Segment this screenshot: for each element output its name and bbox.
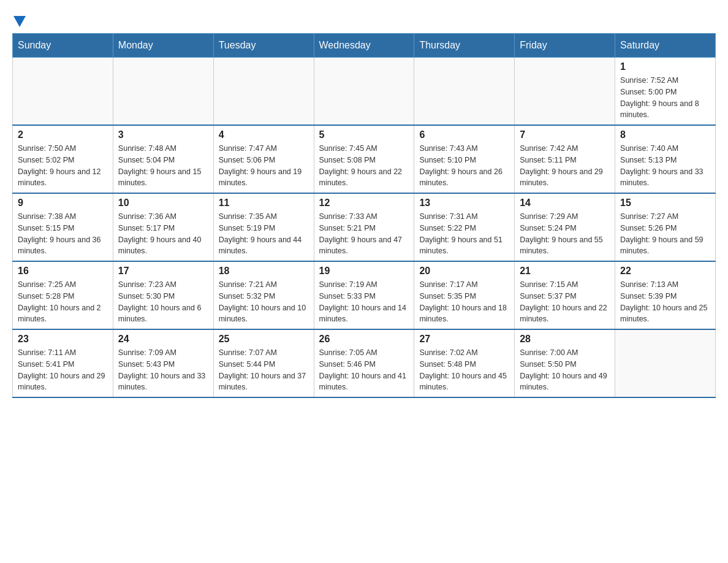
day-info: Sunrise: 7:15 AMSunset: 5:37 PMDaylight:… (520, 279, 610, 325)
day-info: Sunrise: 7:42 AMSunset: 5:11 PMDaylight:… (520, 143, 610, 189)
logo-triangle-icon (13, 16, 26, 27)
calendar-table: SundayMondayTuesdayWednesdayThursdayFrid… (12, 33, 716, 398)
day-info: Sunrise: 7:33 AMSunset: 5:21 PMDaylight:… (319, 211, 409, 257)
day-number: 5 (319, 129, 409, 140)
calendar-cell: 21Sunrise: 7:15 AMSunset: 5:37 PMDayligh… (515, 261, 615, 329)
day-number: 23 (18, 334, 108, 345)
day-info: Sunrise: 7:50 AMSunset: 5:02 PMDaylight:… (18, 143, 108, 189)
calendar-cell: 18Sunrise: 7:21 AMSunset: 5:32 PMDayligh… (213, 261, 314, 329)
day-info: Sunrise: 7:31 AMSunset: 5:22 PMDaylight:… (419, 211, 509, 257)
day-of-week-sunday: Sunday (13, 34, 113, 58)
day-info: Sunrise: 7:45 AMSunset: 5:08 PMDaylight:… (319, 143, 409, 189)
day-number: 16 (18, 266, 108, 277)
calendar-week-2: 2Sunrise: 7:50 AMSunset: 5:02 PMDaylight… (13, 125, 716, 193)
day-info: Sunrise: 7:36 AMSunset: 5:17 PMDaylight:… (118, 211, 208, 257)
day-of-week-tuesday: Tuesday (213, 34, 314, 58)
calendar-cell: 8Sunrise: 7:40 AMSunset: 5:13 PMDaylight… (615, 125, 716, 193)
days-of-week-row: SundayMondayTuesdayWednesdayThursdayFrid… (13, 34, 716, 58)
calendar-cell: 22Sunrise: 7:13 AMSunset: 5:39 PMDayligh… (615, 261, 716, 329)
calendar-cell (515, 58, 615, 126)
day-info: Sunrise: 7:35 AMSunset: 5:19 PMDaylight:… (219, 211, 309, 257)
calendar-cell: 17Sunrise: 7:23 AMSunset: 5:30 PMDayligh… (113, 261, 213, 329)
day-info: Sunrise: 7:19 AMSunset: 5:33 PMDaylight:… (319, 279, 409, 325)
day-number: 22 (620, 266, 710, 277)
calendar-cell (615, 329, 716, 397)
day-info: Sunrise: 7:48 AMSunset: 5:04 PMDaylight:… (118, 143, 208, 189)
day-info: Sunrise: 7:27 AMSunset: 5:26 PMDaylight:… (620, 211, 710, 257)
day-info: Sunrise: 7:21 AMSunset: 5:32 PMDaylight:… (219, 279, 309, 325)
calendar-header: SundayMondayTuesdayWednesdayThursdayFrid… (13, 34, 716, 58)
day-number: 1 (620, 61, 710, 72)
day-info: Sunrise: 7:43 AMSunset: 5:10 PMDaylight:… (419, 143, 509, 189)
calendar-cell: 16Sunrise: 7:25 AMSunset: 5:28 PMDayligh… (13, 261, 113, 329)
day-number: 12 (319, 197, 409, 209)
calendar-cell: 24Sunrise: 7:09 AMSunset: 5:43 PMDayligh… (113, 329, 213, 397)
day-number: 21 (520, 266, 610, 277)
calendar-cell: 6Sunrise: 7:43 AMSunset: 5:10 PMDaylight… (414, 125, 515, 193)
calendar-cell: 7Sunrise: 7:42 AMSunset: 5:11 PMDaylight… (515, 125, 615, 193)
day-of-week-saturday: Saturday (615, 34, 716, 58)
day-number: 13 (419, 197, 509, 209)
calendar-cell: 26Sunrise: 7:05 AMSunset: 5:46 PMDayligh… (314, 329, 414, 397)
day-info: Sunrise: 7:52 AMSunset: 5:00 PMDaylight:… (620, 75, 710, 121)
calendar-cell: 20Sunrise: 7:17 AMSunset: 5:35 PMDayligh… (414, 261, 515, 329)
day-number: 4 (219, 129, 309, 140)
calendar-cell: 5Sunrise: 7:45 AMSunset: 5:08 PMDaylight… (314, 125, 414, 193)
calendar-cell (113, 58, 213, 126)
day-number: 28 (520, 334, 610, 345)
day-info: Sunrise: 7:09 AMSunset: 5:43 PMDaylight:… (118, 347, 208, 393)
day-number: 27 (419, 334, 509, 345)
day-number: 8 (620, 129, 710, 140)
calendar-cell: 19Sunrise: 7:19 AMSunset: 5:33 PMDayligh… (314, 261, 414, 329)
calendar-cell: 12Sunrise: 7:33 AMSunset: 5:21 PMDayligh… (314, 193, 414, 261)
day-of-week-friday: Friday (515, 34, 615, 58)
calendar-cell: 2Sunrise: 7:50 AMSunset: 5:02 PMDaylight… (13, 125, 113, 193)
day-number: 11 (219, 197, 309, 209)
day-of-week-monday: Monday (113, 34, 213, 58)
day-number: 6 (419, 129, 509, 140)
day-of-week-thursday: Thursday (414, 34, 515, 58)
page-header (12, 12, 716, 27)
day-number: 10 (118, 197, 208, 209)
day-info: Sunrise: 7:05 AMSunset: 5:46 PMDaylight:… (319, 347, 409, 393)
day-info: Sunrise: 7:11 AMSunset: 5:41 PMDaylight:… (18, 347, 108, 393)
calendar-cell: 25Sunrise: 7:07 AMSunset: 5:44 PMDayligh… (213, 329, 314, 397)
calendar-cell (13, 58, 113, 126)
day-info: Sunrise: 7:07 AMSunset: 5:44 PMDaylight:… (219, 347, 309, 393)
day-of-week-wednesday: Wednesday (314, 34, 414, 58)
calendar-week-1: 1Sunrise: 7:52 AMSunset: 5:00 PMDaylight… (13, 58, 716, 126)
day-number: 9 (18, 197, 108, 209)
calendar-cell: 1Sunrise: 7:52 AMSunset: 5:00 PMDaylight… (615, 58, 716, 126)
calendar-week-4: 16Sunrise: 7:25 AMSunset: 5:28 PMDayligh… (13, 261, 716, 329)
day-number: 15 (620, 197, 710, 209)
calendar-cell (414, 58, 515, 126)
calendar-week-3: 9Sunrise: 7:38 AMSunset: 5:15 PMDaylight… (13, 193, 716, 261)
calendar-cell: 15Sunrise: 7:27 AMSunset: 5:26 PMDayligh… (615, 193, 716, 261)
calendar-cell: 11Sunrise: 7:35 AMSunset: 5:19 PMDayligh… (213, 193, 314, 261)
calendar-cell (213, 58, 314, 126)
day-info: Sunrise: 7:47 AMSunset: 5:06 PMDaylight:… (219, 143, 309, 189)
day-info: Sunrise: 7:17 AMSunset: 5:35 PMDaylight:… (419, 279, 509, 325)
calendar-body: 1Sunrise: 7:52 AMSunset: 5:00 PMDaylight… (13, 58, 716, 398)
day-number: 19 (319, 266, 409, 277)
calendar-cell: 28Sunrise: 7:00 AMSunset: 5:50 PMDayligh… (515, 329, 615, 397)
day-info: Sunrise: 7:25 AMSunset: 5:28 PMDaylight:… (18, 279, 108, 325)
day-number: 7 (520, 129, 610, 140)
calendar-cell: 14Sunrise: 7:29 AMSunset: 5:24 PMDayligh… (515, 193, 615, 261)
day-number: 17 (118, 266, 208, 277)
calendar-week-5: 23Sunrise: 7:11 AMSunset: 5:41 PMDayligh… (13, 329, 716, 397)
calendar-cell: 23Sunrise: 7:11 AMSunset: 5:41 PMDayligh… (13, 329, 113, 397)
day-info: Sunrise: 7:29 AMSunset: 5:24 PMDaylight:… (520, 211, 610, 257)
day-number: 26 (319, 334, 409, 345)
calendar-cell: 10Sunrise: 7:36 AMSunset: 5:17 PMDayligh… (113, 193, 213, 261)
day-info: Sunrise: 7:40 AMSunset: 5:13 PMDaylight:… (620, 143, 710, 189)
day-info: Sunrise: 7:02 AMSunset: 5:48 PMDaylight:… (419, 347, 509, 393)
day-number: 20 (419, 266, 509, 277)
calendar-cell: 4Sunrise: 7:47 AMSunset: 5:06 PMDaylight… (213, 125, 314, 193)
calendar-cell: 27Sunrise: 7:02 AMSunset: 5:48 PMDayligh… (414, 329, 515, 397)
day-number: 14 (520, 197, 610, 209)
day-info: Sunrise: 7:23 AMSunset: 5:30 PMDaylight:… (118, 279, 208, 325)
calendar-cell: 9Sunrise: 7:38 AMSunset: 5:15 PMDaylight… (13, 193, 113, 261)
day-number: 18 (219, 266, 309, 277)
day-info: Sunrise: 7:00 AMSunset: 5:50 PMDaylight:… (520, 347, 610, 393)
